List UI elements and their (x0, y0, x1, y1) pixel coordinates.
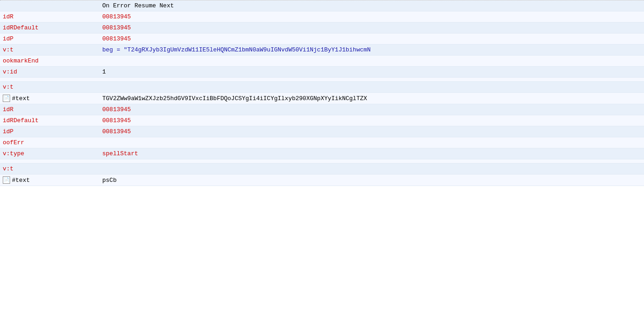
left-label: v:t (3, 84, 13, 90)
left-label: idP (3, 128, 13, 135)
right-value (99, 164, 644, 174)
right-value (99, 78, 644, 81)
right-value: spellStart (99, 148, 644, 159)
table-row: ookmarkEnd (0, 56, 644, 67)
left-label: ookmarkEnd (3, 57, 39, 64)
left-cell (0, 0, 99, 11)
table-row: 📄#textTGV2ZWw9aW1wZXJzb25hdGV9IVxcIiBbFD… (0, 93, 644, 104)
left-label: #text (12, 95, 30, 102)
left-cell: v:id (0, 67, 99, 77)
left-cell: 📄#text (0, 175, 99, 186)
main-container: On Error Resume NextidR00813945idRDefaul… (0, 0, 644, 316)
document-icon: 📄 (3, 176, 10, 184)
right-value: 1 (99, 67, 644, 77)
left-label: v:id (3, 68, 17, 75)
table-row: idP00813945 (0, 126, 644, 137)
right-value: psCb (99, 175, 644, 186)
table-row: v:t (0, 82, 644, 93)
left-label: v:t (3, 165, 13, 172)
left-cell: idP (0, 34, 99, 44)
right-value (99, 56, 644, 66)
left-cell: 📄#text (0, 93, 99, 104)
table-row: idP00813945 (0, 34, 644, 45)
left-cell: v:t (0, 45, 99, 55)
right-value: beg = "T24gRXJyb3IgUmVzdW11IE5leHQNCmZ1b… (99, 45, 644, 55)
table-row: oofErr (0, 137, 644, 148)
left-cell: idR (0, 104, 99, 115)
table-row (0, 78, 644, 82)
table-row: 📄#textpsCb (0, 175, 644, 186)
right-value: 00813945 (99, 104, 644, 115)
left-label: idR (3, 106, 13, 113)
table-row: v:id1 (0, 67, 644, 78)
left-cell: v:t (0, 82, 99, 92)
table-row: v:tbeg = "T24gRXJyb3IgUmVzdW11IE5leHQNCm… (0, 45, 644, 56)
left-cell: ookmarkEnd (0, 56, 99, 66)
right-value: 00813945 (99, 126, 644, 137)
left-label: idR (3, 13, 13, 20)
right-value: 00813945 (99, 34, 644, 44)
table-row (0, 159, 644, 164)
right-value: 00813945 (99, 11, 644, 22)
right-value (99, 137, 644, 148)
left-label: v:t (3, 46, 13, 53)
table-row: v:typespellStart (0, 148, 644, 159)
left-cell: v:t (0, 164, 99, 174)
left-label: idRDefault (3, 117, 39, 124)
table-row: idRDefault00813945 (0, 115, 644, 126)
left-cell: idR (0, 11, 99, 22)
document-icon: 📄 (3, 95, 10, 102)
right-value: 00813945 (99, 115, 644, 126)
right-value (99, 159, 644, 163)
table-row: idR00813945 (0, 104, 644, 115)
left-cell: v:type (0, 148, 99, 159)
right-value: TGV2ZWw9aW1wZXJzb25hdGV9IVxcIiBbFDQoJCSY… (99, 93, 644, 104)
left-label: oofErr (3, 139, 24, 146)
table-row: On Error Resume Next (0, 0, 644, 11)
table-row: v:t (0, 164, 644, 175)
left-label: idRDefault (3, 24, 39, 31)
left-cell: idRDefault (0, 115, 99, 126)
left-label: v:type (3, 150, 24, 157)
table-row: idRDefault00813945 (0, 23, 644, 34)
right-value (99, 82, 644, 92)
left-cell: idRDefault (0, 23, 99, 33)
left-cell (0, 159, 99, 163)
right-value: 00813945 (99, 23, 644, 33)
left-cell (0, 78, 99, 81)
table-row: idR00813945 (0, 11, 644, 23)
left-cell: idP (0, 126, 99, 137)
data-grid: On Error Resume NextidR00813945idRDefaul… (0, 0, 644, 316)
left-label: idP (3, 35, 13, 42)
left-cell: oofErr (0, 137, 99, 148)
left-label: #text (12, 177, 30, 184)
right-value: On Error Resume Next (99, 0, 644, 11)
